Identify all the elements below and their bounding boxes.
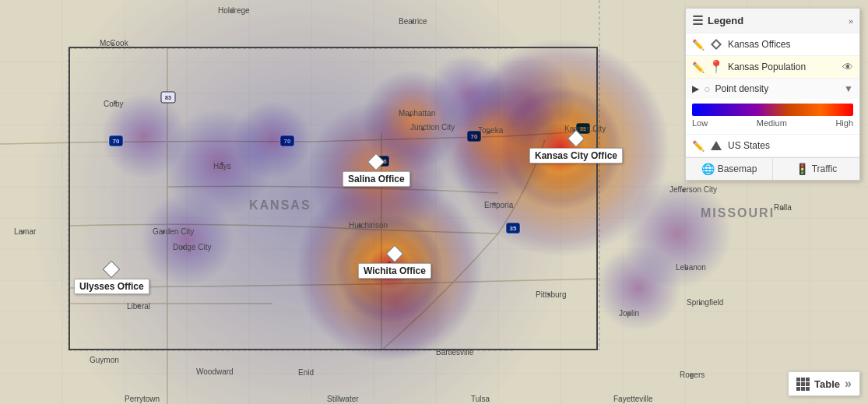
triangle-collapse-icon: ▶: [692, 83, 699, 94]
gradient-high-label: High: [835, 118, 853, 128]
legend-kansas-population-label: Kansas Population: [728, 61, 838, 72]
legend-lines-icon: ☰: [692, 13, 703, 28]
map-controls-footer: 🌐 Basemap 🚦 Traffic: [686, 157, 859, 180]
table-grid-icon: [796, 378, 810, 391]
legend-header: ☰ Legend »: [686, 9, 859, 33]
diamond-legend-icon: [709, 37, 723, 51]
circle-icon: ○: [704, 83, 710, 95]
legend-item-kansas-offices: ✏️ Kansas Offices: [686, 33, 859, 56]
eye-icon[interactable]: 👁: [842, 61, 853, 73]
legend-item-kansas-population: ✏️ 📍 Kansas Population 👁: [686, 56, 859, 79]
legend-us-states-label: US States: [728, 140, 853, 151]
basemap-label: Basemap: [718, 163, 757, 174]
dropdown-icon[interactable]: ▼: [844, 83, 853, 94]
globe-icon: 🌐: [701, 163, 715, 175]
gradient-low-label: Low: [692, 118, 708, 128]
table-label: Table: [814, 378, 840, 390]
pencil2-icon: ✏️: [692, 61, 705, 73]
traffic-icon: 🚦: [796, 163, 809, 175]
gradient-bar: [692, 104, 853, 116]
legend-header-left: ☰ Legend: [692, 13, 743, 28]
legend-kansas-offices-label: Kansas Offices: [728, 39, 853, 50]
point-density-header[interactable]: ▶ ○ Point density ▼: [686, 79, 859, 99]
traffic-label: Traffic: [812, 163, 838, 174]
pencil3-icon: ✏️: [692, 140, 705, 152]
basemap-button[interactable]: 🌐 Basemap: [686, 158, 773, 180]
legend-item-us-states: ✏️ US States: [686, 135, 859, 157]
point-density-label: Point density: [715, 83, 839, 94]
map-container: 70 70 70 35 135 83 35: [0, 0, 868, 404]
legend-collapse-icon[interactable]: »: [849, 16, 853, 26]
traffic-button[interactable]: 🚦 Traffic: [773, 158, 859, 180]
legend-title: Legend: [708, 15, 743, 26]
pencil-icon: ✏️: [692, 39, 705, 51]
us-states-icon: [709, 139, 723, 153]
gradient-medium-label: Medium: [757, 118, 787, 128]
gradient-labels: Low Medium High: [692, 118, 853, 128]
table-chevron-icon: »: [845, 377, 852, 391]
location-pin-icon: 📍: [708, 61, 724, 73]
gradient-section: Low Medium High: [686, 99, 859, 134]
table-button[interactable]: Table »: [788, 371, 860, 396]
point-density-section: ▶ ○ Point density ▼ Low Medium High: [686, 79, 859, 135]
pin-legend-icon: 📍: [709, 60, 723, 74]
legend-panel: ☰ Legend » ✏️ Kansas Offices ✏️ 📍 Kansas…: [685, 8, 860, 181]
